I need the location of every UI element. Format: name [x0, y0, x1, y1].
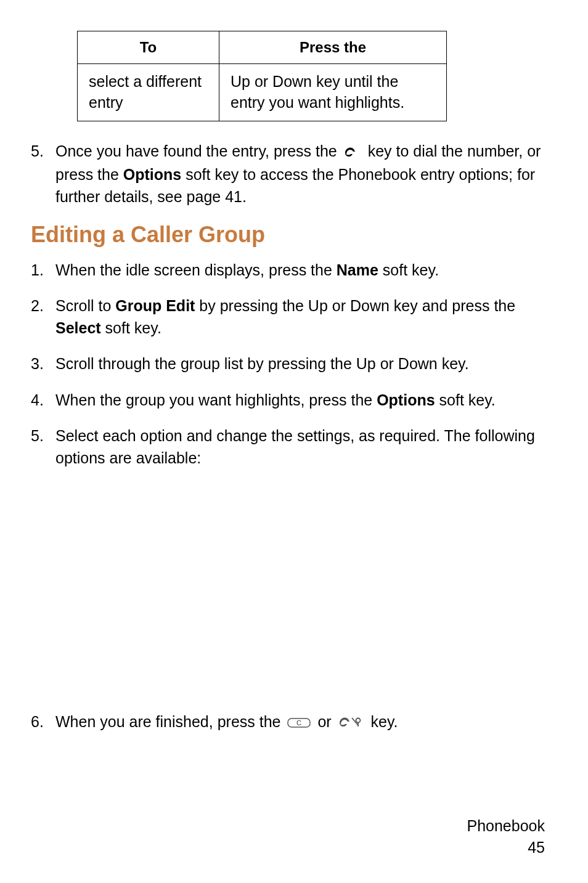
table-header-to: To	[78, 31, 219, 64]
step-text: When the idle screen displays, press the…	[55, 259, 545, 281]
step-number: 6.	[31, 710, 55, 734]
step-text: When you are finished, press the C or ke…	[55, 710, 545, 734]
end-key-icon	[338, 712, 364, 734]
footer-page-number: 45	[467, 837, 545, 858]
table-header-press: Press the	[219, 31, 447, 64]
step-text: Select each option and change the settin…	[55, 425, 545, 470]
table-cell-to: select a different entry	[78, 64, 219, 121]
table-row: select a different entry Up or Down key …	[78, 64, 447, 121]
step-5: 5. Select each option and change the set…	[31, 425, 545, 470]
step-3: 3. Scroll through the group list by pres…	[31, 352, 545, 375]
step-number: 3.	[31, 352, 55, 375]
step-6: 6. When you are finished, press the C or…	[31, 710, 545, 734]
step-text: When the group you want highlights, pres…	[55, 389, 545, 411]
svg-text:C: C	[296, 719, 301, 726]
step-number: 1.	[31, 259, 55, 281]
step-1: 1. When the idle screen displays, press …	[31, 259, 545, 281]
section-heading: Editing a Caller Group	[31, 222, 545, 248]
step-number: 2.	[31, 295, 55, 340]
step-number: 5.	[31, 140, 55, 208]
page-footer: Phonebook 45	[467, 815, 545, 858]
step-4: 4. When the group you want highlights, p…	[31, 389, 545, 411]
step-text: Scroll to Group Edit by pressing the Up …	[55, 295, 545, 340]
step-text: Once you have found the entry, press the…	[55, 140, 545, 208]
step-2: 2. Scroll to Group Edit by pressing the …	[31, 295, 545, 340]
send-key-icon	[344, 141, 361, 163]
c-key-icon: C	[287, 712, 311, 734]
step-number: 4.	[31, 389, 55, 411]
step-5-pre-heading: 5. Once you have found the entry, press …	[31, 140, 545, 208]
step-text: Scroll through the group list by pressin…	[55, 352, 545, 375]
footer-label: Phonebook	[467, 815, 545, 837]
table-cell-press: Up or Down key until the entry you want …	[219, 64, 447, 121]
step-number: 5.	[31, 425, 55, 470]
instruction-table: To Press the select a different entry Up…	[77, 31, 447, 121]
svg-point-3	[356, 718, 360, 722]
